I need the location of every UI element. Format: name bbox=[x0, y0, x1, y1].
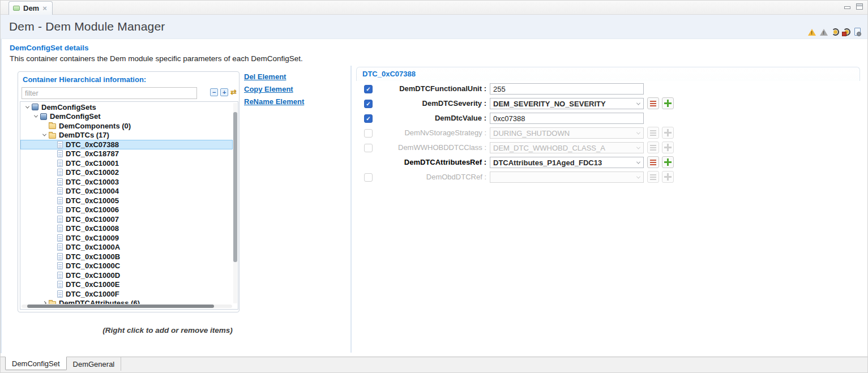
hierarchy-panel-heading: Container Hierarchical information: bbox=[23, 75, 146, 84]
checkbox[interactable] bbox=[364, 144, 373, 152]
tree-item[interactable]: DemDTCs (17) bbox=[20, 131, 233, 140]
tree-item-label: DTC_0xC10008 bbox=[66, 224, 119, 233]
tree-item-label: DTC_0xC1000C bbox=[66, 261, 120, 270]
tree-item-label: DemDTCs (17) bbox=[59, 131, 109, 139]
horizontal-scrollbar[interactable] bbox=[22, 305, 232, 308]
generate-icon[interactable] bbox=[843, 28, 850, 36]
tree-item[interactable]: DTC_0xC1000B bbox=[20, 252, 233, 261]
text-input[interactable] bbox=[490, 83, 644, 95]
tree-item[interactable]: DTC_0xC10002 bbox=[20, 168, 233, 178]
chevron-down-icon[interactable] bbox=[25, 104, 29, 108]
container-icon bbox=[40, 113, 47, 120]
tree-item[interactable]: DemDTCAttributess (6) bbox=[20, 299, 233, 305]
add-button[interactable] bbox=[662, 156, 674, 168]
tree-item[interactable]: DemConfigSet bbox=[20, 112, 233, 122]
bottom-tab-demgeneral[interactable]: DemGeneral bbox=[67, 357, 122, 371]
add-button[interactable] bbox=[662, 142, 674, 153]
tree-item[interactable]: DemConfigSets bbox=[20, 102, 233, 112]
chevron-down-icon bbox=[636, 131, 640, 135]
field-label: DemNvStorageStrategy : bbox=[379, 127, 486, 139]
tree-item[interactable]: DTC_0xC10006 bbox=[20, 205, 233, 215]
document-gear-icon[interactable] bbox=[854, 28, 861, 36]
tree-item[interactable]: DTC_0xC1000F bbox=[20, 289, 233, 299]
dropdown[interactable] bbox=[490, 172, 644, 183]
checkbox[interactable] bbox=[364, 173, 373, 182]
dropdown[interactable]: DEM_DTC_WWHOBD_CLASS_A bbox=[490, 142, 644, 153]
tree-item-label: DTC_0xC18787 bbox=[66, 149, 119, 158]
dropdown-value: DEM_DTC_WWHOBD_CLASS_A bbox=[493, 144, 605, 152]
list-button[interactable] bbox=[647, 142, 659, 153]
chevron-down-icon[interactable] bbox=[34, 114, 38, 118]
copy-element-link[interactable]: Copy Element bbox=[244, 85, 304, 93]
tree-item[interactable]: DTC_0xC10001 bbox=[20, 158, 233, 168]
add-button[interactable] bbox=[662, 171, 674, 183]
vertical-scrollbar[interactable] bbox=[233, 103, 237, 303]
editor-tab-bar: Dem × bbox=[1, 1, 867, 15]
tree-item[interactable]: DTC_0xC18787 bbox=[20, 149, 233, 159]
tree-item[interactable]: DTC_0xC1000C bbox=[20, 261, 233, 271]
tree-item[interactable]: DTC_0xC10009 bbox=[20, 233, 233, 243]
dropdown[interactable]: DEM_SEVERITY_NO_SEVERITY bbox=[490, 98, 644, 109]
tree-item[interactable]: DTC_0xC10005 bbox=[20, 196, 233, 205]
sync-icon[interactable]: ⇄ bbox=[230, 88, 237, 96]
maximize-icon[interactable] bbox=[856, 3, 863, 10]
doc-icon bbox=[57, 243, 63, 251]
chevron-right-icon[interactable] bbox=[42, 301, 46, 304]
window-controls bbox=[844, 3, 863, 10]
section-heading: DemConfigSet details bbox=[10, 44, 89, 52]
checkbox[interactable] bbox=[364, 100, 373, 108]
warning-yellow-icon[interactable] bbox=[808, 29, 816, 36]
doc-icon bbox=[57, 141, 63, 148]
chevron-down-icon bbox=[636, 175, 640, 179]
horizontal-scroll-thumb[interactable] bbox=[27, 305, 214, 308]
tree-item[interactable]: DTC_0xC10007 bbox=[20, 215, 233, 224]
warning-gray-icon[interactable] bbox=[820, 29, 828, 36]
plus-icon bbox=[664, 173, 672, 181]
vertical-scroll-thumb[interactable] bbox=[233, 112, 237, 262]
bottom-tab-demconfigset[interactable]: DemConfigSet bbox=[5, 357, 67, 370]
tree-item[interactable]: DTC_0xC1000D bbox=[20, 271, 233, 280]
doc-icon bbox=[57, 197, 63, 204]
field-label: DemDtcValue : bbox=[379, 112, 486, 125]
panel-divider bbox=[350, 66, 352, 353]
validate-icon[interactable] bbox=[832, 28, 839, 36]
tree-item[interactable]: DTC_0xC1000A bbox=[20, 243, 233, 252]
doc-icon bbox=[57, 262, 63, 269]
checkbox[interactable] bbox=[364, 129, 373, 138]
text-input[interactable] bbox=[490, 113, 644, 124]
chevron-down-icon bbox=[636, 145, 640, 149]
tree-item[interactable]: DTC_0xC10004 bbox=[20, 187, 233, 196]
tree-item[interactable]: DTC_0xC10008 bbox=[20, 224, 233, 234]
list-button[interactable] bbox=[647, 97, 659, 109]
tree: DemConfigSetsDemConfigSetDemComponents (… bbox=[20, 102, 233, 304]
tree-item[interactable]: DemComponents (0) bbox=[20, 121, 233, 131]
checkbox[interactable] bbox=[364, 85, 373, 93]
list-button[interactable] bbox=[647, 127, 659, 139]
tree-item[interactable]: DTC_0xC1000E bbox=[20, 280, 233, 290]
list-button[interactable] bbox=[647, 171, 659, 183]
expand-all-icon[interactable]: + bbox=[220, 88, 228, 96]
add-button[interactable] bbox=[662, 127, 674, 139]
list-icon bbox=[650, 130, 656, 136]
filter-input[interactable] bbox=[22, 87, 197, 99]
tree-item-label: DTC_0xC10006 bbox=[66, 205, 119, 214]
dropdown[interactable]: DTCAttributes_P1Aged_FDC13 bbox=[490, 157, 644, 168]
checkbox[interactable] bbox=[364, 114, 373, 123]
tree-item-label: DTC_0xC1000E bbox=[66, 280, 119, 289]
dropdown[interactable]: DURING_SHUTDOWN bbox=[490, 127, 644, 139]
chevron-down-icon[interactable] bbox=[42, 132, 46, 136]
editor-tab-dem[interactable]: Dem × bbox=[8, 1, 53, 15]
list-button[interactable] bbox=[647, 156, 659, 168]
minimize-icon[interactable] bbox=[844, 6, 850, 9]
folder-icon bbox=[49, 301, 56, 304]
collapse-all-icon[interactable]: − bbox=[210, 88, 218, 96]
add-button[interactable] bbox=[662, 97, 674, 109]
close-icon[interactable]: × bbox=[42, 5, 47, 12]
rename-element-link[interactable]: ReName Element bbox=[244, 97, 304, 106]
detail-row: DemDtcValue : bbox=[356, 112, 860, 125]
doc-icon bbox=[57, 253, 63, 260]
detail-row: DemNvStorageStrategy :DURING_SHUTDOWN bbox=[356, 127, 860, 139]
tree-item[interactable]: DTC_0xC10003 bbox=[20, 177, 233, 187]
tree-item[interactable]: DTC_0xC07388 bbox=[20, 140, 233, 149]
del-element-link[interactable]: Del Element bbox=[244, 72, 304, 81]
